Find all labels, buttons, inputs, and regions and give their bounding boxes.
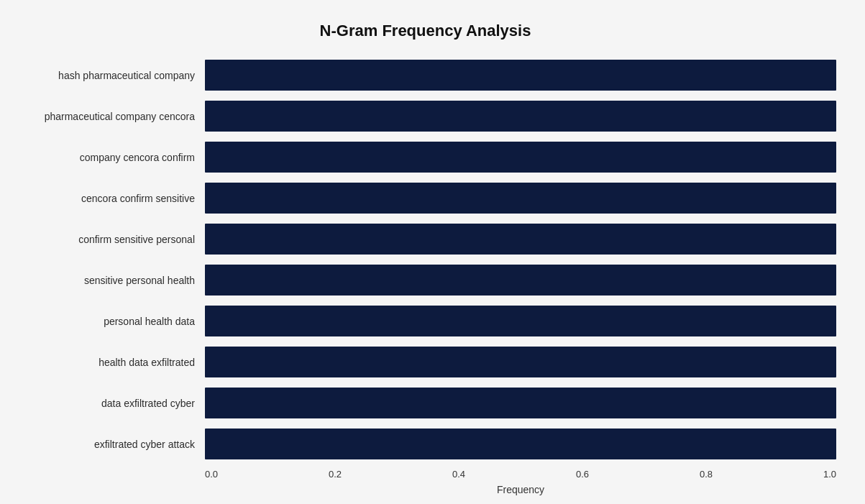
bar-track	[205, 388, 836, 418]
bar-track	[205, 142, 836, 173]
x-tick: 0.8	[700, 469, 713, 480]
bar-fill	[205, 265, 836, 295]
bar-label: hash pharmaceutical company	[14, 70, 205, 81]
bar-row: confirm sensitive personal	[14, 219, 836, 260]
bar-row: health data exfiltrated	[14, 342, 836, 382]
bar-label: confirm sensitive personal	[14, 234, 205, 245]
bar-row: company cencora confirm	[14, 137, 836, 178]
bar-row: cencora confirm sensitive	[14, 178, 836, 219]
bar-label: data exfiltrated cyber	[14, 398, 205, 409]
bar-track	[205, 347, 836, 377]
bar-row: data exfiltrated cyber	[14, 382, 836, 423]
bar-fill	[205, 60, 836, 91]
bar-fill	[205, 224, 836, 255]
bar-label: exfiltrated cyber attack	[14, 439, 205, 450]
x-axis: 0.00.20.40.60.81.0	[205, 469, 836, 480]
bar-row: sensitive personal health	[14, 260, 836, 301]
x-tick: 0.6	[576, 469, 589, 480]
x-tick: 0.4	[452, 469, 465, 480]
bar-fill	[205, 347, 836, 377]
bar-track	[205, 60, 836, 91]
x-tick: 0.2	[329, 469, 342, 480]
x-tick: 1.0	[823, 469, 836, 480]
bar-label: sensitive personal health	[14, 275, 205, 286]
bar-track	[205, 101, 836, 132]
x-tick: 0.0	[205, 469, 218, 480]
bar-row: pharmaceutical company cencora	[14, 96, 836, 137]
bar-fill	[205, 101, 836, 132]
bar-label: company cencora confirm	[14, 152, 205, 163]
bar-row: hash pharmaceutical company	[14, 55, 836, 96]
bar-fill	[205, 429, 836, 459]
bar-track	[205, 429, 836, 459]
chart-title: N-Gram Frequency Analysis	[14, 14, 836, 40]
bar-row: personal health data	[14, 301, 836, 342]
x-axis-label: Frequency	[205, 484, 836, 495]
chart-area: hash pharmaceutical companypharmaceutica…	[14, 55, 836, 464]
x-axis-ticks: 0.00.20.40.60.81.0	[205, 469, 836, 480]
bar-track	[205, 265, 836, 295]
chart-container: N-Gram Frequency Analysis hash pharmaceu…	[0, 0, 865, 504]
bar-fill	[205, 142, 836, 173]
bar-label: cencora confirm sensitive	[14, 193, 205, 204]
bar-label: personal health data	[14, 316, 205, 327]
bar-fill	[205, 183, 836, 214]
bar-label: health data exfiltrated	[14, 357, 205, 368]
bar-fill	[205, 306, 836, 336]
bar-track	[205, 224, 836, 255]
bar-track	[205, 306, 836, 336]
bar-label: pharmaceutical company cencora	[14, 111, 205, 122]
bar-row: exfiltrated cyber attack	[14, 423, 836, 464]
bar-track	[205, 183, 836, 214]
bar-fill	[205, 388, 836, 418]
